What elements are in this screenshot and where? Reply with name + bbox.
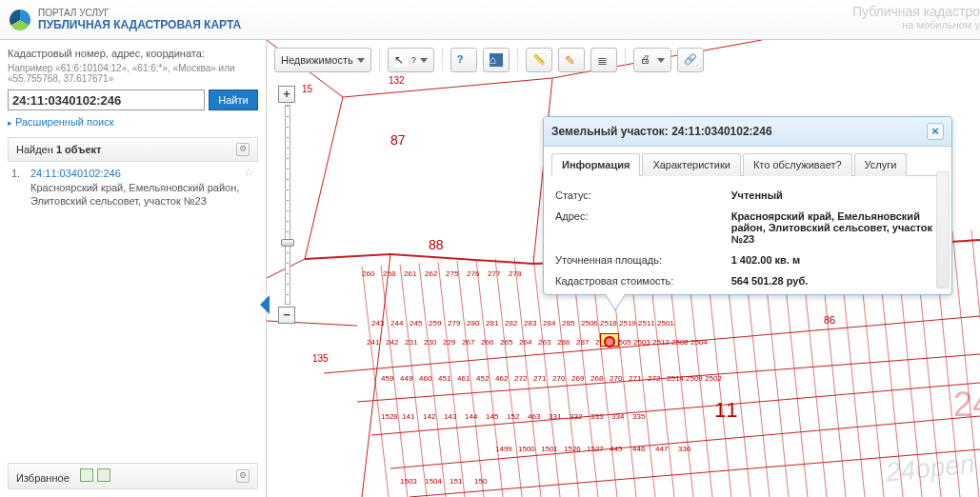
svg-text:463: 463 — [528, 412, 541, 421]
svg-text:1501: 1501 — [541, 445, 558, 453]
svg-text:260: 260 — [362, 269, 375, 278]
svg-text:283: 283 — [524, 319, 537, 328]
table-row: Уточненная площадь:1 402.00 кв. м — [553, 250, 942, 269]
svg-text:141: 141 — [402, 412, 415, 421]
search-hint: Например «61:6:10104:12», «61:6:*», «Мос… — [8, 63, 258, 84]
zoom-slider[interactable]: + − — [278, 86, 297, 324]
svg-text:268: 268 — [590, 374, 604, 383]
svg-text:2503: 2503 — [633, 338, 650, 347]
result-cn-link[interactable]: 24:11:0340102:246 — [30, 168, 121, 179]
gear-icon[interactable] — [236, 143, 250, 156]
svg-text:272: 272 — [648, 374, 661, 383]
favorites-header: Избранное — [8, 463, 258, 489]
tab-info[interactable]: Информация — [551, 153, 640, 176]
svg-text:144: 144 — [465, 412, 478, 421]
help-button[interactable] — [450, 48, 477, 72]
search-input[interactable] — [8, 89, 205, 110]
parcel-popup: Земельный участок: 24:11:0340102:246 × И… — [543, 116, 952, 295]
close-icon[interactable]: × — [927, 123, 944, 140]
results-header: Найден 1 объект — [8, 137, 258, 162]
advanced-search-link[interactable]: Расширенный поиск — [8, 116, 258, 128]
svg-text:270: 270 — [610, 374, 623, 383]
svg-text:11: 11 — [714, 398, 737, 422]
collapse-sidebar-handle[interactable] — [259, 286, 270, 324]
sidebar: Кадастровый номер, адрес, координата: На… — [0, 40, 267, 497]
svg-text:2504: 2504 — [690, 338, 708, 347]
toolbar: Недвижимость ? — [274, 48, 704, 72]
svg-text:143: 143 — [444, 412, 457, 421]
svg-text:270: 270 — [552, 374, 566, 383]
svg-text:2514: 2514 — [667, 374, 684, 383]
svg-text:272: 272 — [514, 374, 528, 383]
logo-icon — [10, 10, 30, 30]
layers-button[interactable] — [590, 48, 617, 72]
svg-text:151: 151 — [450, 477, 463, 486]
svg-text:2501: 2501 — [657, 319, 674, 328]
svg-text:446: 446 — [632, 445, 646, 453]
svg-text:459: 459 — [381, 374, 394, 383]
svg-text:451: 451 — [438, 374, 451, 383]
zoom-in-button[interactable]: + — [278, 86, 295, 103]
portal-subtitle: ПОРТАЛ УСЛУГ — [38, 8, 241, 18]
svg-text:152: 152 — [507, 412, 520, 421]
svg-text:243: 243 — [371, 319, 385, 328]
selected-parcel-marker[interactable] — [600, 333, 619, 347]
svg-text:261: 261 — [404, 269, 417, 278]
svg-text:449: 449 — [400, 374, 413, 383]
svg-text:452: 452 — [476, 374, 490, 383]
svg-text:447: 447 — [655, 445, 669, 453]
header-promo: Публичная кадастро на мобильном у — [852, 4, 980, 30]
ruler-tool[interactable] — [526, 48, 552, 72]
tab-characteristics[interactable]: Характеристики — [642, 153, 741, 176]
svg-text:2512: 2512 — [652, 338, 670, 347]
gear-icon[interactable] — [236, 469, 250, 483]
svg-text:269: 269 — [571, 374, 585, 383]
svg-text:259: 259 — [429, 319, 442, 328]
table-row: Статус:Учтенный — [553, 186, 942, 205]
svg-text:1503: 1503 — [400, 477, 417, 486]
tab-who-serves[interactable]: Кто обслуживает? — [743, 153, 852, 176]
svg-text:2502: 2502 — [705, 374, 722, 383]
svg-text:332: 332 — [570, 412, 583, 421]
zoom-track[interactable] — [285, 105, 290, 305]
svg-text:142: 142 — [423, 412, 436, 421]
map[interactable]: Недвижимость ? + − — [267, 40, 980, 497]
zoom-out-button[interactable]: − — [278, 307, 295, 324]
svg-text:262: 262 — [425, 269, 438, 278]
zoom-handle[interactable] — [281, 239, 294, 247]
svg-text:336: 336 — [678, 445, 691, 453]
home-button[interactable] — [483, 48, 510, 72]
svg-text:265: 265 — [500, 338, 513, 347]
svg-text:1499: 1499 — [495, 445, 512, 453]
svg-text:230: 230 — [424, 338, 437, 347]
svg-text:335: 335 — [632, 412, 646, 421]
layer-select[interactable]: Недвижимость — [274, 48, 371, 72]
svg-text:264: 264 — [519, 338, 532, 347]
svg-text:2509: 2509 — [686, 374, 703, 383]
fav-import-icon[interactable] — [97, 468, 110, 482]
draw-tool[interactable] — [558, 48, 585, 72]
tab-services[interactable]: Услуги — [854, 153, 908, 176]
svg-text:88: 88 — [429, 237, 444, 252]
svg-text:271: 271 — [533, 374, 547, 383]
popup-scrollbar[interactable] — [936, 171, 950, 288]
star-icon[interactable]: ☆ — [244, 166, 254, 179]
svg-text:244: 244 — [390, 319, 404, 328]
svg-text:1500: 1500 — [518, 445, 535, 453]
svg-text:266: 266 — [481, 338, 494, 347]
search-label: Кадастровый номер, адрес, координата: — [8, 48, 258, 59]
find-button[interactable]: Найти — [209, 89, 258, 110]
link-button[interactable] — [677, 48, 704, 72]
fav-export-icon[interactable] — [80, 468, 93, 482]
svg-text:1504: 1504 — [425, 477, 442, 486]
svg-text:284: 284 — [543, 319, 556, 328]
result-item[interactable]: 1. ☆ 24:11:0340102:246 Красноярский край… — [8, 162, 258, 214]
result-address: Красноярский край, Емельяновский район, … — [30, 181, 254, 209]
svg-text:1527: 1527 — [587, 445, 604, 453]
print-button[interactable] — [633, 48, 671, 72]
svg-text:460: 460 — [419, 374, 432, 383]
pointer-tool[interactable]: ? — [388, 48, 434, 72]
svg-text:242: 242 — [386, 338, 399, 347]
portal-title: ПУБЛИЧНАЯ КАДАСТРОВАЯ КАРТА — [38, 18, 241, 31]
svg-text:132: 132 — [389, 75, 405, 86]
